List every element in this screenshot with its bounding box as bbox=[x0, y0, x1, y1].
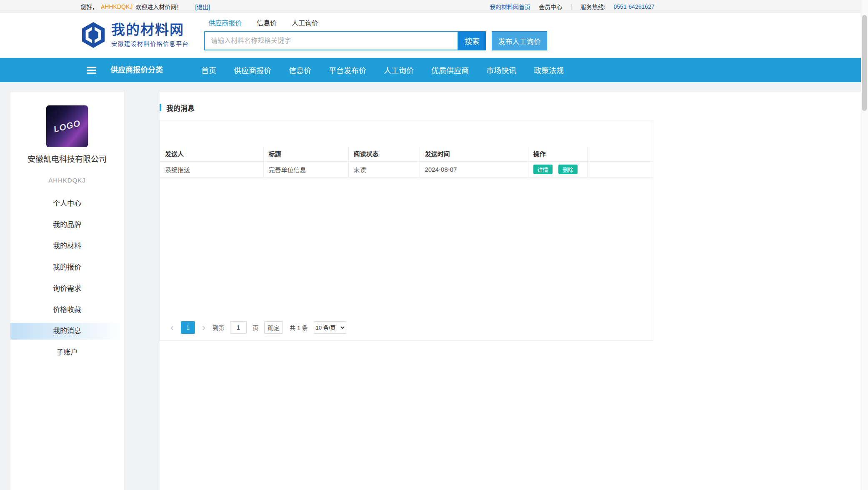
sidebar-item-my-quotes[interactable]: 我的报价 bbox=[10, 259, 124, 276]
username: AHHKDQKJ bbox=[101, 3, 133, 10]
sidebar-item-personal-center[interactable]: 个人中心 bbox=[10, 195, 124, 212]
cell-sender: 系统推送 bbox=[160, 161, 263, 177]
greeting-prefix: 您好， bbox=[80, 2, 98, 11]
topbar-greeting: 您好， AHHKDQKJ 欢迎进入材价网！ [退出] bbox=[80, 0, 210, 13]
company-name: 安徽凯电科技有限公司 bbox=[10, 153, 124, 164]
sidebar-item-sub-accounts[interactable]: 子账户 bbox=[10, 344, 124, 361]
toolbar-space bbox=[160, 120, 653, 146]
company-logo-text: LOGO bbox=[53, 118, 82, 134]
search-area: 搜索 发布人工询价 bbox=[204, 31, 547, 50]
goto-suffix-label: 页 bbox=[253, 323, 258, 332]
category-dropdown-label[interactable]: 供应商报价分类 bbox=[110, 58, 163, 82]
search-tab-info-price[interactable]: 信息价 bbox=[257, 18, 277, 28]
total-count-label: 共 1 条 bbox=[290, 323, 308, 332]
site-logo[interactable]: 我的材料网 安徽建设材料价格信息平台 bbox=[80, 21, 189, 49]
main-content: 我的消息 发送人 标题 阅读状态 发送时间 操作 bbox=[160, 92, 861, 490]
search-tabs: 供应商报价 信息价 人工询价 bbox=[208, 18, 318, 28]
member-center-link[interactable]: 会员中心 bbox=[539, 2, 562, 11]
nav-labor-inquiry[interactable]: 人工询价 bbox=[384, 65, 414, 75]
next-page-icon[interactable]: › bbox=[201, 321, 207, 334]
nav-platform-price[interactable]: 平台发布价 bbox=[329, 65, 366, 75]
nav-home[interactable]: 首页 bbox=[201, 65, 216, 75]
col-read-status: 阅读状态 bbox=[348, 146, 420, 161]
section-title: 我的消息 bbox=[160, 92, 861, 112]
site-title-block: 我的材料网 安徽建设材料价格信息平台 bbox=[111, 22, 189, 47]
topbar-divider: | bbox=[570, 3, 572, 10]
screen: 您好， AHHKDQKJ 欢迎进入材价网！ [退出] 我的材料网首页 会员中心 … bbox=[0, 0, 868, 490]
cell-empty bbox=[587, 161, 653, 177]
topbar: 您好， AHHKDQKJ 欢迎进入材价网！ [退出] 我的材料网首页 会员中心 … bbox=[0, 0, 868, 13]
cell-actions: 详情 删除 bbox=[528, 161, 587, 177]
col-title: 标题 bbox=[263, 146, 348, 161]
hotline-label: 服务热线: bbox=[580, 2, 605, 11]
nav-supplier-quote[interactable]: 供应商报价 bbox=[234, 65, 271, 75]
messages-panel: 发送人 标题 阅读状态 发送时间 操作 系统推送 完善单位信息 未读 bbox=[160, 120, 653, 341]
sidebar-item-price-favorites[interactable]: 价格收藏 bbox=[10, 302, 124, 318]
logout-link[interactable]: [退出] bbox=[195, 2, 210, 11]
section-title-text: 我的消息 bbox=[166, 102, 195, 113]
main-nav: 供应商报价分类 首页 供应商报价 信息价 平台发布价 人工询价 优质供应商 市场… bbox=[0, 58, 868, 82]
current-page-button[interactable]: 1 bbox=[181, 321, 195, 334]
site-subtitle: 安徽建设材料价格信息平台 bbox=[111, 39, 189, 48]
search-input[interactable] bbox=[204, 31, 458, 50]
site-logo-icon bbox=[80, 21, 106, 49]
sidebar-item-my-messages[interactable]: 我的消息 bbox=[10, 323, 124, 340]
col-sent-time: 发送时间 bbox=[420, 146, 528, 161]
sidebar-menu: 个人中心 我的品牌 我的材料 我的报价 询价需求 价格收藏 我的消息 子账户 bbox=[10, 195, 124, 361]
page-size-select[interactable]: 10 条/页 bbox=[314, 321, 346, 334]
search-tab-supplier-quote[interactable]: 供应商报价 bbox=[208, 18, 242, 28]
sidebar: LOGO 安徽凯电科技有限公司 AHHKDQKJ 个人中心 我的品牌 我的材料 … bbox=[10, 92, 124, 490]
confirm-page-button[interactable]: 确定 bbox=[264, 321, 283, 334]
page-body: LOGO 安徽凯电科技有限公司 AHHKDQKJ 个人中心 我的品牌 我的材料 … bbox=[0, 82, 868, 490]
company-logo: LOGO bbox=[46, 105, 88, 147]
nav-info-price[interactable]: 信息价 bbox=[289, 65, 311, 75]
nav-policies[interactable]: 政策法规 bbox=[534, 65, 564, 75]
home-link[interactable]: 我的材料网首页 bbox=[490, 2, 530, 11]
detail-button[interactable]: 详情 bbox=[533, 165, 553, 174]
prev-page-icon[interactable]: ‹ bbox=[169, 321, 175, 334]
sidebar-item-inquiry-requests[interactable]: 询价需求 bbox=[10, 280, 124, 297]
site-name: 我的材料网 bbox=[111, 22, 189, 38]
page-number-input[interactable] bbox=[230, 321, 247, 334]
greeting-suffix: 欢迎进入材价网！ bbox=[135, 2, 182, 11]
cell-title: 完善单位信息 bbox=[263, 161, 348, 177]
col-sender: 发送人 bbox=[160, 146, 263, 161]
messages-table: 发送人 标题 阅读状态 发送时间 操作 系统推送 完善单位信息 未读 bbox=[160, 146, 653, 178]
account-code: AHHKDQKJ bbox=[10, 177, 124, 184]
pagination: ‹ 1 › 到第 页 确定 共 1 条 10 条/页 bbox=[169, 321, 346, 334]
title-accent-bar bbox=[160, 104, 161, 111]
col-actions: 操作 bbox=[528, 146, 587, 161]
nav-market-news[interactable]: 市场快讯 bbox=[486, 65, 516, 75]
publish-inquiry-button[interactable]: 发布人工询价 bbox=[492, 31, 547, 50]
search-button[interactable]: 搜索 bbox=[458, 31, 486, 50]
delete-button[interactable]: 删除 bbox=[558, 165, 578, 174]
nav-items: 首页 供应商报价 信息价 平台发布价 人工询价 优质供应商 市场快讯 政策法规 bbox=[201, 58, 564, 82]
table-header-row: 发送人 标题 阅读状态 发送时间 操作 bbox=[160, 146, 653, 161]
search-tab-labor-inquiry[interactable]: 人工询价 bbox=[292, 18, 318, 28]
sidebar-item-my-materials[interactable]: 我的材料 bbox=[10, 238, 124, 255]
goto-prefix-label: 到第 bbox=[213, 323, 224, 332]
cell-sent-time: 2024-08-07 bbox=[420, 161, 528, 177]
scrollbar-thumb[interactable] bbox=[862, 15, 867, 111]
nav-quality-suppliers[interactable]: 优质供应商 bbox=[431, 65, 469, 75]
cell-read-status: 未读 bbox=[348, 161, 420, 177]
sidebar-item-my-brands[interactable]: 我的品牌 bbox=[10, 217, 124, 233]
topbar-links: 我的材料网首页 会员中心 | 服务热线: 0551-64261627 bbox=[490, 0, 655, 13]
table-row: 系统推送 完善单位信息 未读 2024-08-07 详情 删除 bbox=[160, 161, 653, 177]
col-empty bbox=[587, 146, 653, 161]
hotline-number: 0551-64261627 bbox=[614, 3, 655, 10]
menu-icon[interactable] bbox=[87, 67, 96, 74]
scrollbar[interactable] bbox=[861, 0, 868, 490]
header: 我的材料网 安徽建设材料价格信息平台 供应商报价 信息价 人工询价 搜索 发布人… bbox=[0, 13, 868, 58]
